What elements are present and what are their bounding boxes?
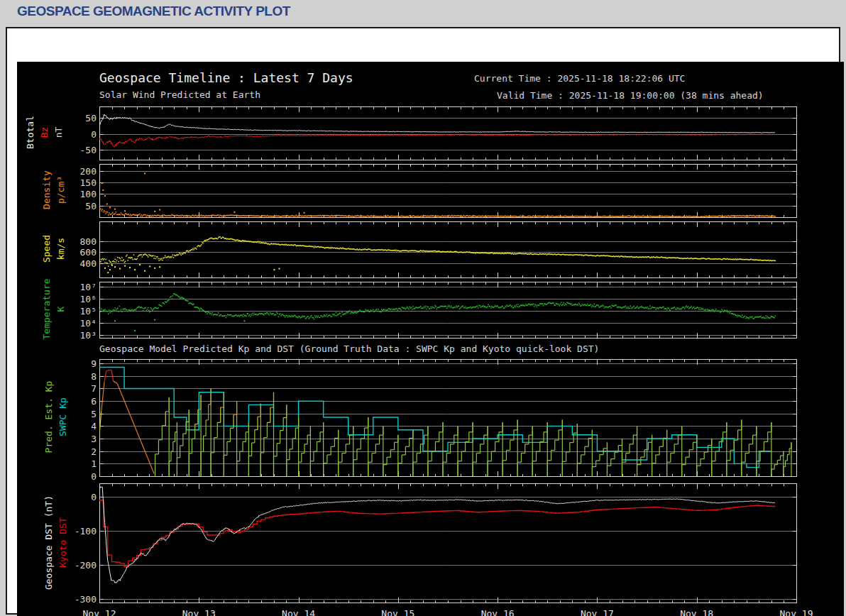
valid-time: Valid Time : 2025-11-18 19:00:00 (38 min…	[497, 91, 764, 101]
middle-title: Geospace Model Predicted Kp and DST (Gro…	[99, 344, 599, 354]
plot-subtitle: Solar Wind Predicted at Earth	[99, 90, 260, 100]
ytick-dst: 0	[17, 493, 97, 502]
axis-label-dst: Kyoto DST	[58, 471, 67, 613]
xtick-date-label: Nov 13	[167, 608, 231, 616]
geospace-plot-image: Geospace Timeline : Latest 7 Days Solar …	[17, 62, 844, 616]
xtick-date-label: Nov 16	[466, 608, 529, 616]
axis-label-kp: SWPC Kp	[58, 346, 67, 488]
ytick-dst: -300	[17, 595, 97, 604]
ytick-kp: 7	[17, 384, 97, 393]
ytick-kp: 0	[17, 472, 97, 481]
axis-label-dst: Geospace DST (nT)	[44, 471, 53, 613]
panel-dst-canvas	[99, 483, 797, 603]
xtick-date-label: Nov 15	[366, 608, 430, 616]
page-title: GEOSPACE GEOMAGNETIC ACTIVITY PLOT	[17, 4, 290, 19]
page: { "header": { "title": "GEOSPACE GEOMAGN…	[0, 0, 846, 616]
ytick-kp: 8	[17, 372, 97, 381]
panel-speed-canvas	[99, 221, 797, 278]
xtick-date-label: Nov 17	[565, 608, 629, 616]
ytick-kp: 9	[17, 359, 97, 368]
ytick-kp: 2	[17, 447, 97, 456]
xtick-date-label: Nov 18	[665, 608, 729, 616]
panel-bfield-canvas	[99, 106, 797, 160]
xtick-date-label: Nov 12	[67, 608, 131, 616]
axis-label-kp: Pred. Est. Kp	[44, 346, 53, 488]
panel-kp-canvas	[99, 359, 797, 477]
panel-density-canvas	[99, 164, 797, 218]
current-time: Current Time : 2025-11-18 18:22:06 UTC	[474, 74, 685, 84]
plot-title: Geospace Timeline : Latest 7 Days	[99, 71, 353, 85]
xtick-date-label: Nov 19	[764, 608, 828, 616]
ytick-kp: 1	[17, 459, 97, 468]
panel-temperature-canvas	[99, 282, 797, 339]
xtick-date-label: Nov 14	[267, 608, 331, 616]
plot-frame: Geospace Timeline : Latest 7 Days Solar …	[6, 27, 840, 615]
